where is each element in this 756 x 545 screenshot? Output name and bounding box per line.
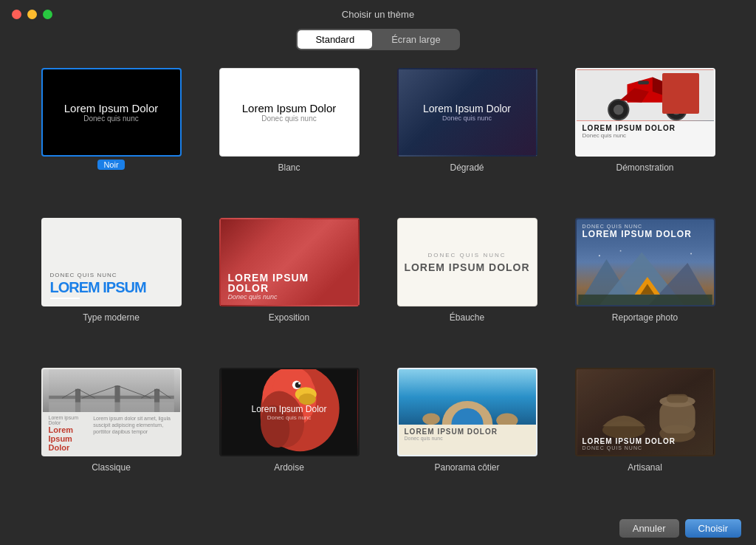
svg-rect-8: [638, 80, 649, 84]
artisanal-overlay-text: LOREM IPSUM DOLOR DONEC QUIS NUNC: [583, 437, 708, 450]
svg-point-40: [298, 383, 300, 385]
exposition-label: Exposition: [269, 312, 309, 323]
theme-preview-blanc: Lorem Ipsum Dolor Donec quis nunc: [219, 68, 360, 157]
theme-item-ebauche[interactable]: DONEC QUIS NUNC LOREM IPSUM DOLOR Ébauch…: [378, 212, 556, 362]
noir-main-title: Lorem Ipsum Dolor: [64, 102, 159, 114]
noir-sub-title: Donec quis nunc: [83, 114, 139, 123]
ardoise-overlay-text: Lorem Ipsum Dolor Donec quis nunc: [251, 404, 326, 421]
demo-photo-area: [577, 69, 714, 121]
classique-gray-text: Lorem ipsum dolor sit amet, ligula susci…: [93, 415, 173, 435]
cancel-button[interactable]: Annuler: [619, 519, 679, 538]
theme-preview-noir: Lorem Ipsum Dolor Donec quis nunc: [41, 68, 182, 157]
degrade-main-title: Lorem Ipsum Dolor: [423, 103, 511, 114]
ebauche-sub-label: DONEC QUIS NUNC: [427, 252, 506, 258]
noir-badge: Noir: [97, 160, 124, 170]
title-bar: Choisir un thème: [0, 0, 756, 26]
reportage-landscape: [577, 245, 714, 305]
exposition-main-title: LOREM IPSUM DOLOR: [228, 272, 351, 293]
theme-item-blanc[interactable]: Lorem Ipsum Dolor Donec quis nunc Blanc: [200, 62, 378, 212]
traffic-lights: [12, 10, 52, 19]
svg-point-19: [690, 253, 692, 254]
svg-point-5: [671, 105, 681, 115]
minimize-button[interactable]: [27, 10, 37, 19]
moto-svg: [577, 69, 714, 121]
ardoise-main-title: Lorem Ipsum Dolor: [251, 404, 326, 414]
moderne-line-accent: [50, 298, 80, 299]
ebauche-main-title: LOREM IPSUM DOLOR: [404, 261, 529, 273]
reportage-photo-bg: DONEC QUIS NUNC LOREM IPSUM DOLOR: [577, 219, 714, 305]
theme-item-noir[interactable]: Lorem Ipsum Dolor Donec quis nunc Noir: [22, 62, 200, 212]
artisanal-sub-title: DONEC QUIS NUNC: [583, 445, 708, 450]
demo-main-title: LOREM IPSUM DOLOR: [583, 124, 708, 132]
artisanal-main-title: LOREM IPSUM DOLOR: [583, 437, 708, 445]
tab-switcher: Standard Écran large: [0, 29, 756, 50]
classique-col1: Lorem ipsum Dolor Lorem Ipsum Dolor: [49, 415, 89, 452]
ardoise-label: Ardoise: [274, 462, 304, 473]
theme-preview-artisanal: LOREM IPSUM DOLOR DONEC QUIS NUNC: [575, 368, 715, 456]
theme-item-classique[interactable]: Lorem ipsum Dolor Lorem Ipsum Dolor Lore…: [22, 362, 200, 512]
classique-red-title: Lorem Ipsum Dolor: [49, 425, 89, 452]
choose-button[interactable]: Choisir: [685, 519, 741, 538]
classique-small-sub: Lorem ipsum Dolor: [49, 415, 89, 425]
moderne-sub-label: DONEC QUIS NUNC: [50, 272, 173, 278]
window-title: Choisir un thème: [12, 9, 744, 20]
theme-preview-ebauche: DONEC QUIS NUNC LOREM IPSUM DOLOR: [397, 218, 537, 306]
theme-preview-classique: Lorem ipsum Dolor Lorem Ipsum Dolor Lore…: [41, 368, 182, 456]
classique-bridge-svg: [43, 369, 180, 412]
theme-item-moderne[interactable]: DONEC QUIS NUNC LOREM IPSUM Type moderne: [22, 212, 200, 362]
theme-item-ardoise[interactable]: Lorem Ipsum Dolor Donec quis nunc Ardois…: [200, 362, 378, 512]
blanc-label: Blanc: [278, 162, 300, 173]
theme-preview-moderne: DONEC QUIS NUNC LOREM IPSUM: [41, 218, 182, 306]
theme-item-demonstration[interactable]: LOREM IPSUM DOLOR Donec quis nunc Démons…: [556, 62, 734, 212]
theme-item-exposition[interactable]: LOREM IPSUM DOLOR Donec quis nunc Exposi…: [200, 212, 378, 362]
themes-grid: Lorem Ipsum Dolor Donec quis nunc Noir L…: [0, 62, 756, 512]
classique-col2: Lorem ipsum dolor sit amet, ligula susci…: [93, 415, 173, 452]
tab-group: Standard Écran large: [296, 29, 459, 50]
exposition-sub-title: Donec quis nunc: [228, 293, 351, 301]
close-button[interactable]: [12, 10, 21, 19]
theme-preview-demonstration: LOREM IPSUM DOLOR Donec quis nunc: [575, 68, 715, 157]
blanc-main-title: Lorem Ipsum Dolor: [242, 102, 337, 114]
reportage-main-title: LOREM IPSUM DOLOR: [583, 229, 708, 239]
svg-rect-14: [578, 295, 712, 305]
panorama-ocean-svg: [399, 369, 536, 425]
tab-wide[interactable]: Écran large: [374, 30, 458, 49]
moderne-main-title: LOREM IPSUM: [50, 280, 173, 295]
svg-point-4: [666, 100, 686, 120]
theme-item-panorama[interactable]: LOREM IPSUM DOLOR Donec quis nunc Panora…: [378, 362, 556, 512]
maximize-button[interactable]: [43, 10, 52, 19]
demo-text-area: LOREM IPSUM DOLOR Donec quis nunc: [577, 121, 714, 142]
theme-item-artisanal[interactable]: LOREM IPSUM DOLOR DONEC QUIS NUNC Artisa…: [556, 362, 734, 512]
bottom-bar: Annuler Choisir: [0, 512, 756, 545]
theme-preview-panorama: LOREM IPSUM DOLOR Donec quis nunc: [397, 368, 537, 456]
theme-item-reportage[interactable]: DONEC QUIS NUNC LOREM IPSUM DOLOR Report…: [556, 212, 734, 362]
panorama-ocean-photo: [399, 369, 536, 425]
svg-rect-31: [49, 402, 174, 412]
tab-standard[interactable]: Standard: [298, 30, 372, 49]
panorama-label: Panorama côtier: [434, 462, 499, 473]
classique-label: Classique: [92, 462, 131, 473]
reportage-sub-label: DONEC QUIS NUNC: [583, 224, 708, 229]
classique-text-area: Lorem ipsum Dolor Lorem Ipsum Dolor Lore…: [43, 412, 180, 455]
theme-preview-degrade: Lorem Ipsum Dolor Donec quis nunc: [397, 68, 537, 157]
classique-photo: [43, 369, 180, 412]
svg-point-3: [613, 105, 623, 115]
panorama-text-area: LOREM IPSUM DOLOR Donec quis nunc: [399, 425, 536, 455]
demonstration-label: Démonstration: [616, 162, 673, 173]
panorama-main-title: LOREM IPSUM DOLOR: [405, 428, 530, 436]
svg-point-17: [598, 255, 599, 256]
moderne-label: Type moderne: [83, 312, 140, 323]
reportage-label: Reportage photo: [612, 312, 678, 323]
theme-item-degrade[interactable]: Lorem Ipsum Dolor Donec quis nunc Dégrad…: [378, 62, 556, 212]
ebauche-label: Ébauche: [450, 312, 484, 323]
artisanal-label: Artisanal: [628, 462, 662, 473]
demo-sub-title: Donec quis nunc: [583, 132, 708, 139]
theme-preview-reportage: DONEC QUIS NUNC LOREM IPSUM DOLOR: [575, 218, 715, 306]
ardoise-sub-title: Donec quis nunc: [251, 414, 326, 421]
blanc-sub-title: Donec quis nunc: [261, 114, 317, 123]
degrade-label: Dégradé: [450, 162, 484, 173]
svg-point-18: [619, 250, 621, 251]
panorama-sub-title: Donec quis nunc: [405, 436, 530, 441]
theme-preview-ardoise: Lorem Ipsum Dolor Donec quis nunc: [219, 368, 360, 456]
degrade-sub-title: Donec quis nunc: [442, 114, 492, 122]
